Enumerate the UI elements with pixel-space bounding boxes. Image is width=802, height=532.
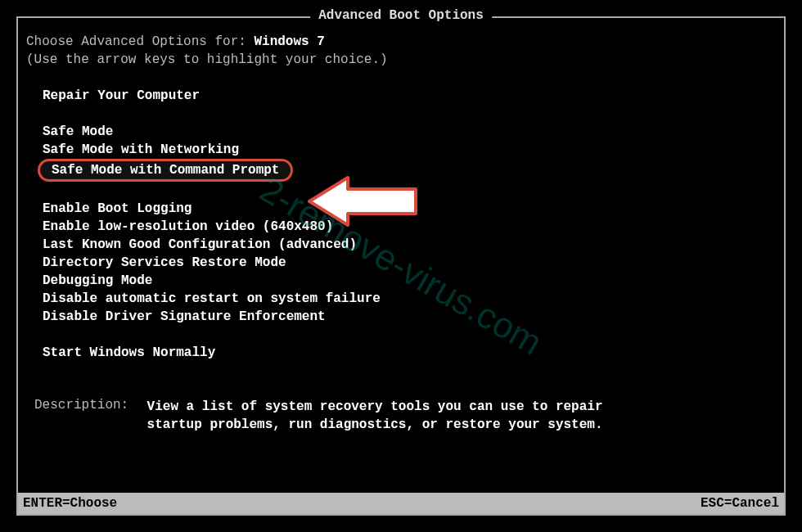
option-low-res-video[interactable]: Enable low-resolution video (640x480) — [26, 218, 776, 236]
option-directory-services-restore[interactable]: Directory Services Restore Mode — [26, 254, 776, 272]
content-area: Choose Advanced Options for: Windows 7 (… — [18, 18, 784, 434]
boot-options-frame: Advanced Boot Options Choose Advanced Op… — [16, 16, 786, 516]
group-repair: Repair Your Computer — [26, 87, 776, 105]
choose-line: Choose Advanced Options for: Windows 7 — [26, 33, 776, 51]
group-safe-mode: Safe Mode Safe Mode with Networking Safe… — [26, 123, 776, 182]
footer-bar: ENTER=Choose ESC=Cancel — [18, 493, 784, 514]
hint-line: (Use the arrow keys to highlight your ch… — [26, 51, 776, 69]
option-safe-mode[interactable]: Safe Mode — [26, 123, 776, 141]
description-block: Description: View a list of system recov… — [26, 398, 776, 434]
description-text: View a list of system recovery tools you… — [147, 398, 606, 434]
option-safe-mode-networking[interactable]: Safe Mode with Networking — [26, 141, 776, 159]
choose-label: Choose Advanced Options for: — [26, 34, 254, 49]
group-normal: Start Windows Normally — [26, 344, 776, 362]
option-enable-boot-logging[interactable]: Enable Boot Logging — [26, 200, 776, 218]
description-label: Description: — [34, 398, 139, 413]
os-name: Windows 7 — [254, 34, 324, 49]
group-other: Enable Boot Logging Enable low-resolutio… — [26, 200, 776, 326]
option-debugging-mode[interactable]: Debugging Mode — [26, 272, 776, 290]
option-safe-mode-command-prompt-selected[interactable]: Safe Mode with Command Prompt — [38, 159, 293, 182]
option-disable-driver-sig[interactable]: Disable Driver Signature Enforcement — [26, 308, 776, 326]
highlight-row: Safe Mode with Command Prompt — [26, 159, 776, 182]
option-last-known-good[interactable]: Last Known Good Configuration (advanced) — [26, 236, 776, 254]
window-title: Advanced Boot Options — [310, 8, 492, 23]
footer-esc: ESC=Cancel — [701, 496, 779, 511]
footer-enter: ENTER=Choose — [23, 496, 117, 511]
option-start-windows-normally[interactable]: Start Windows Normally — [26, 344, 776, 362]
option-repair-your-computer[interactable]: Repair Your Computer — [26, 87, 776, 105]
option-disable-auto-restart[interactable]: Disable automatic restart on system fail… — [26, 290, 776, 308]
